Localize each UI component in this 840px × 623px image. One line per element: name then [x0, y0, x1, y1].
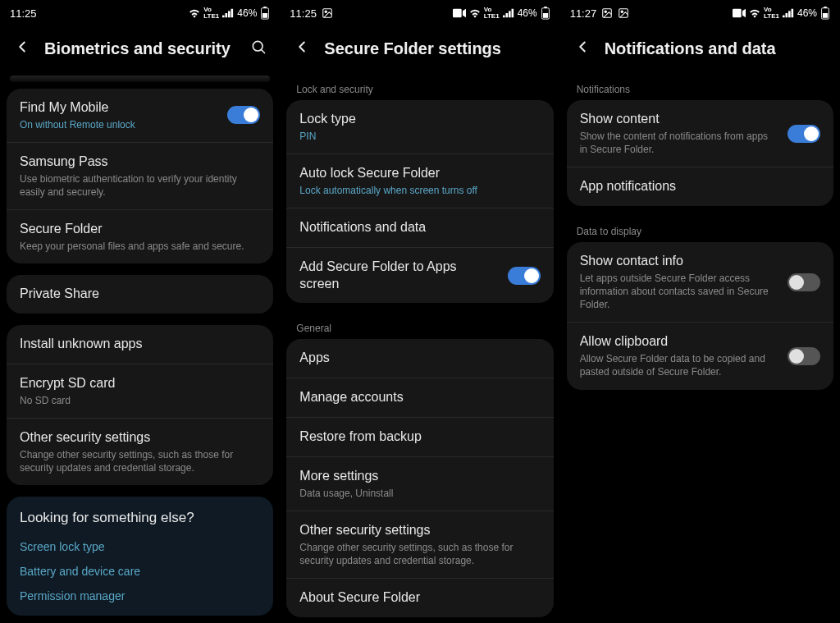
back-icon[interactable]: [293, 38, 311, 59]
row-title: More settings: [299, 468, 540, 485]
svg-rect-32: [823, 13, 828, 18]
row-title: Other security settings: [299, 522, 540, 539]
settings-row[interactable]: Notifications and data: [286, 208, 553, 247]
row-title: Show contact info: [580, 253, 778, 270]
row-title: Encrypt SD card: [20, 375, 260, 392]
settings-card: Show contact infoLet apps outside Secure…: [567, 242, 833, 390]
row-subtitle: Data usage, Uninstall: [299, 487, 540, 500]
battery-icon: [541, 7, 550, 20]
page-title: Secure Folder settings: [324, 39, 546, 58]
row-title: Samsung Pass: [20, 153, 260, 171]
row-title: Install unknown apps: [20, 336, 260, 353]
wifi-icon: [189, 8, 200, 18]
signal-icon: [503, 8, 514, 18]
row-subtitle: Let apps outside Secure Folder access in…: [580, 272, 778, 312]
row-title: Allow clipboard: [580, 333, 778, 350]
photo-icon: [322, 7, 333, 19]
suggestion-link[interactable]: Battery and device care: [7, 559, 273, 584]
row-title: Lock type: [299, 111, 540, 128]
svg-rect-5: [264, 7, 267, 8]
settings-row[interactable]: Manage accounts: [286, 378, 553, 417]
signal-icon: [783, 8, 794, 18]
row-subtitle: PIN: [299, 130, 540, 143]
row-subtitle: Allow Secure Folder data to be copied an…: [580, 352, 778, 378]
svg-rect-24: [733, 9, 742, 18]
settings-row[interactable]: Apps: [286, 339, 553, 378]
settings-row[interactable]: Add Secure Folder to Apps screen: [286, 247, 553, 304]
settings-row[interactable]: Samsung PassUse biometric authentication…: [7, 142, 273, 209]
settings-row[interactable]: Lock typePIN: [286, 100, 553, 153]
svg-rect-2: [228, 11, 231, 17]
row-title: Auto lock Secure Folder: [299, 165, 540, 182]
svg-rect-26: [783, 16, 785, 18]
row-title: About Secure Folder: [299, 589, 540, 607]
settings-row[interactable]: About Secure Folder: [286, 578, 553, 617]
phone-screen: 11:27VoLTE146%Notifications and dataNoti…: [560, 0, 840, 623]
video-icon: [733, 8, 746, 18]
settings-card: Find My MobileOn without Remote unlockSa…: [7, 89, 273, 263]
settings-row[interactable]: Secure FolderKeep your personal files an…: [7, 209, 273, 263]
settings-row[interactable]: Auto lock Secure FolderLock automaticall…: [286, 153, 553, 208]
header: Notifications and data: [560, 23, 840, 76]
toggle-switch[interactable]: [788, 347, 820, 365]
row-title: Apps: [299, 350, 540, 367]
svg-rect-1: [226, 13, 228, 17]
section-header: Data to display: [564, 218, 837, 242]
back-icon[interactable]: [13, 38, 31, 59]
section-header: Notifications: [564, 76, 837, 100]
phone-screen: 11:25VoLTE146%Biometrics and securityFin…: [0, 0, 280, 623]
svg-rect-13: [503, 16, 505, 18]
status-bar: 11:25VoLTE146%: [0, 0, 280, 23]
row-title: Other security settings: [20, 429, 260, 447]
settings-row[interactable]: Private Share: [7, 275, 273, 314]
row-subtitle: Lock automatically when screen turns off: [299, 184, 540, 197]
settings-row[interactable]: Restore from backup: [286, 417, 553, 456]
phone-screen: 11:25VoLTE146%Secure Folder settingsLock…: [280, 0, 559, 623]
section-header: Lock and security: [283, 76, 556, 100]
svg-rect-11: [453, 9, 462, 18]
svg-rect-14: [505, 13, 508, 17]
row-subtitle: No SD card: [20, 394, 260, 407]
svg-rect-6: [262, 13, 267, 18]
header: Secure Folder settings: [280, 23, 559, 76]
row-subtitle: On without Remote unlock: [20, 118, 217, 131]
back-icon[interactable]: [573, 38, 591, 59]
settings-row[interactable]: Show contact infoLet apps outside Secure…: [567, 242, 833, 322]
settings-row[interactable]: App notifications: [567, 167, 833, 206]
settings-row[interactable]: Show contentShow the content of notifica…: [567, 100, 833, 167]
toggle-switch[interactable]: [227, 106, 260, 124]
row-title: Manage accounts: [299, 389, 540, 406]
settings-row[interactable]: Find My MobileOn without Remote unlock: [7, 89, 273, 142]
toggle-switch[interactable]: [508, 267, 541, 285]
svg-marker-25: [742, 9, 746, 18]
looking-title: Looking for something else?: [7, 497, 273, 534]
photo-icon: [601, 7, 613, 19]
wifi-icon: [469, 8, 481, 18]
suggestion-link[interactable]: Permission manager: [7, 584, 273, 616]
settings-row[interactable]: Other security settingsChange other secu…: [7, 418, 273, 485]
svg-rect-27: [785, 13, 788, 17]
scroll-indicator: [10, 76, 270, 82]
toggle-switch[interactable]: [788, 125, 820, 143]
settings-row[interactable]: Allow clipboardAllow Secure Folder data …: [567, 322, 833, 389]
row-subtitle: Change other security settings, such as …: [20, 448, 260, 474]
photo-icon: [618, 7, 629, 19]
suggestion-link[interactable]: Screen lock type: [7, 534, 273, 559]
svg-rect-0: [222, 16, 225, 18]
svg-point-21: [605, 11, 606, 12]
row-title: Secure Folder: [20, 221, 260, 238]
settings-row[interactable]: More settingsData usage, Uninstall: [286, 456, 553, 511]
search-icon[interactable]: [250, 39, 267, 58]
svg-point-10: [325, 11, 326, 12]
toggle-switch[interactable]: [788, 273, 820, 291]
header: Biometrics and security: [0, 23, 280, 76]
looking-card: Looking for something else?Screen lock t…: [7, 497, 273, 616]
page-title: Notifications and data: [605, 39, 827, 58]
settings-row[interactable]: Install unknown apps: [7, 325, 273, 364]
settings-row[interactable]: Encrypt SD cardNo SD card: [7, 364, 273, 418]
settings-row[interactable]: Other security settingsChange other secu…: [286, 511, 553, 578]
svg-rect-3: [231, 9, 234, 18]
svg-rect-18: [544, 7, 547, 8]
wifi-icon: [749, 8, 760, 18]
row-title: Add Secure Folder to Apps screen: [299, 259, 497, 293]
